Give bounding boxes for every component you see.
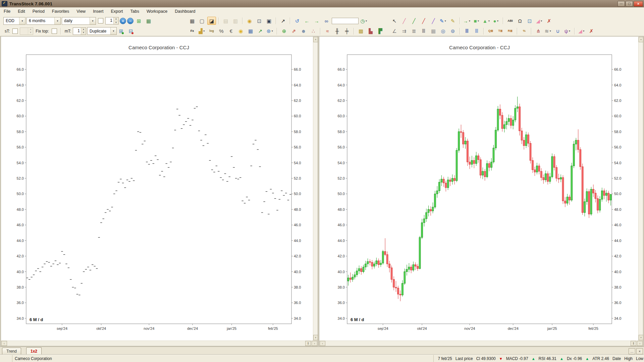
scatter-button[interactable]: ∴ — [309, 27, 318, 35]
scroll-left-button[interactable]: ‹ — [320, 341, 325, 346]
chevron-down-icon[interactable]: ▼ — [365, 20, 368, 22]
active-chart-button[interactable]: ◪ — [207, 17, 216, 25]
menu-export[interactable]: Export — [107, 8, 126, 15]
gann-arrow-tool[interactable]: ⇉ — [400, 27, 409, 35]
log-scale-button[interactable]: log — [207, 27, 216, 35]
scroll-down-button[interactable]: ∨ — [313, 335, 318, 340]
chevron-down-icon[interactable]: ▼ — [488, 20, 490, 22]
tab-trend[interactable]: Trend — [2, 348, 21, 355]
find-symbol-button[interactable]: ∞ — [322, 17, 331, 25]
scroll-grip[interactable]: ‖ — [305, 341, 311, 346]
fit-view-button[interactable]: ⊞ — [135, 17, 143, 25]
candle-pattern-button[interactable]: ╫ — [333, 27, 341, 35]
menu-workspace[interactable]: Workspace — [143, 8, 171, 15]
chevron-down-icon[interactable]: ▼ — [477, 20, 480, 22]
quarter-levels-tool[interactable]: Q≣ — [486, 27, 495, 35]
forward-button[interactable]: → — [312, 17, 321, 25]
trendline-tool-purple[interactable]: ╱ — [429, 17, 438, 25]
tab-1x2[interactable]: 1x2 — [26, 347, 42, 355]
heatmap-button[interactable]: ▩ — [357, 27, 365, 35]
menu-insert[interactable]: Insert — [89, 8, 107, 15]
pointer-tool[interactable]: ↖ — [390, 17, 399, 25]
chart-growth-button[interactable]: ↗ — [256, 27, 265, 35]
marker-tool[interactable]: ✎▼ — [439, 17, 447, 25]
menu-file[interactable]: File — [0, 8, 14, 15]
lock-button[interactable]: ⊡ — [255, 17, 264, 25]
select-mode-button[interactable]: ▢ — [198, 17, 206, 25]
spiral-2-tool[interactable]: ⊚ — [448, 27, 457, 35]
function-button[interactable]: Fx — [188, 27, 197, 35]
trendline-tool-pink[interactable]: ╱ — [400, 17, 409, 25]
curve-tool[interactable]: ≋▼ — [544, 27, 552, 35]
chevron-down-icon[interactable]: ▼ — [271, 30, 273, 32]
scroll-up-button[interactable]: ∧ — [313, 37, 318, 42]
candlestick-chart[interactable]: Cameco Corporation - CCJ66.066.064.064.0… — [319, 37, 639, 341]
symbol-tool[interactable]: Ω — [516, 17, 524, 25]
chevron-down-icon[interactable]: ▼ — [203, 30, 205, 32]
undo-button[interactable]: ↺ — [293, 17, 302, 25]
close-tick-chart[interactable]: Cameco Corporation - CCJ66.066.064.064.0… — [1, 37, 314, 341]
close-button[interactable]: × — [634, 1, 643, 7]
retracement-levels-tool[interactable]: R≣ — [506, 27, 515, 35]
pitchfork-tool[interactable]: ψ▼ — [563, 27, 572, 35]
chart-count-spinner[interactable]: 1▲▼ — [105, 17, 119, 24]
volume-bars-button[interactable]: ▙ — [366, 27, 375, 35]
menu-tabs[interactable]: Tabs — [127, 8, 143, 15]
fib-time-zones-tool[interactable]: Ⅲ — [463, 27, 471, 35]
triangle-shape-tool[interactable]: ▲▼ — [482, 17, 491, 25]
spinner-arrows[interactable]: ▲▼ — [81, 28, 86, 35]
title-bar[interactable]: TransStock 7.06.001 —▢× — [0, 0, 644, 7]
add-indicator-button[interactable]: ▛ — [376, 27, 385, 35]
currency-button[interactable]: € — [227, 27, 235, 35]
scroll-left-button[interactable]: ‹ — [1, 341, 7, 346]
chevron-down-icon[interactable]: ▼ — [540, 20, 543, 22]
chevron-down-icon[interactable]: ▼ — [469, 20, 471, 22]
scroll-down-button[interactable]: ∨ — [639, 335, 643, 340]
ellipse-shape-tool[interactable]: ●▼ — [492, 17, 500, 25]
range-select[interactable]: 6 months▼ — [26, 17, 61, 25]
spinner-arrows[interactable]: ▲▼ — [28, 28, 33, 35]
arrow-shape-tool[interactable]: →▼ — [463, 17, 471, 25]
tab-overflow-button[interactable]: … — [629, 348, 635, 354]
zoom-in-button[interactable]: + — [120, 18, 126, 24]
menu-period[interactable]: Period — [29, 8, 48, 15]
chevron-down-icon[interactable]: ▼ — [568, 30, 571, 32]
chevron-down-icon[interactable]: ▼ — [444, 20, 446, 22]
filmstrip-search-button[interactable]: ▥ — [231, 17, 240, 25]
interval-select[interactable]: daily▼ — [62, 17, 96, 25]
percent-change-tool[interactable]: % — [520, 27, 529, 35]
lamp-icon[interactable]: ◉ — [245, 17, 254, 25]
history-button[interactable]: ◷▼ — [360, 17, 368, 25]
chevron-down-icon[interactable]: ▼ — [54, 17, 60, 24]
spiral-tool[interactable]: ◎ — [439, 27, 447, 35]
candle-pattern-2-button[interactable]: ╪ — [342, 27, 351, 35]
rectangle-shape-tool[interactable]: ■▼ — [472, 17, 481, 25]
left-panel-hscrollbar[interactable]: ‹ ‖ › — [1, 341, 318, 346]
chevron-down-icon[interactable]: ▼ — [549, 30, 551, 32]
chevron-down-icon[interactable]: ▼ — [90, 17, 96, 24]
fan-tool[interactable]: ⋔ — [534, 27, 543, 35]
menu-favorites[interactable]: Favorites — [48, 8, 73, 15]
zoom-out-button[interactable]: − — [127, 18, 133, 24]
zigzag-button[interactable]: ≈ — [323, 27, 332, 35]
chevron-down-icon[interactable]: ▼ — [497, 20, 499, 22]
menu-dashboard[interactable]: Dashboard — [171, 8, 199, 15]
grid-view-button[interactable]: ▦ — [188, 17, 197, 25]
trendline-tool-green[interactable]: ╱ — [410, 17, 418, 25]
subtab-spinner[interactable]: ▲▼ — [20, 27, 33, 35]
web-button[interactable]: ⊛▼ — [266, 27, 274, 35]
tab-close-button[interactable]: × — [636, 348, 643, 354]
duplicate-select[interactable]: Duplicate▼ — [87, 27, 117, 35]
performance-button[interactable]: ⇗ — [289, 27, 298, 35]
main-tab-spinner[interactable]: 1▲▼ — [73, 27, 86, 35]
spinner-arrows[interactable]: ▲▼ — [113, 17, 118, 24]
vertical-lines-tool[interactable]: Ⅲ — [419, 27, 428, 35]
insider-button[interactable]: ☻ — [299, 27, 308, 35]
filmstrip-button[interactable]: ▤ — [221, 17, 230, 25]
right-panel-hscrollbar[interactable]: ‹ ‖ › — [319, 341, 643, 346]
eraser-2-tool[interactable]: ◢▼ — [577, 27, 586, 35]
delete-objects-button[interactable]: ✗ — [545, 17, 553, 25]
symbol-search-input[interactable] — [332, 18, 359, 24]
fib-time-zones-2-tool[interactable]: Ⅲ — [472, 27, 481, 35]
chevron-down-icon[interactable]: ▼ — [110, 27, 116, 35]
